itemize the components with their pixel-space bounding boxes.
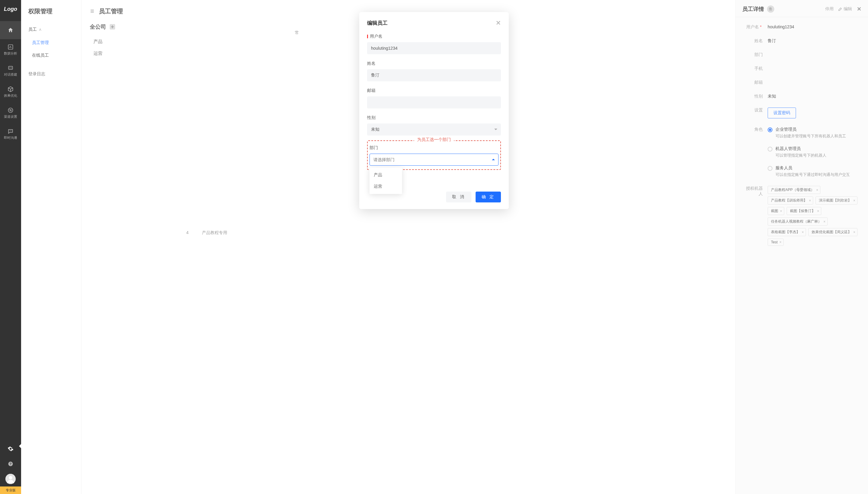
dropdown-option[interactable]: 运营 (370, 181, 402, 192)
required-mark (367, 35, 368, 38)
callout-text: 为员工选一个部门 (414, 137, 454, 142)
callout-annotation: 为员工选一个部门 部门 产品 运营 (367, 140, 501, 170)
name-input[interactable] (367, 69, 501, 81)
edit-employee-modal: 编辑员工 ✕ 用户名 姓名 邮箱 性别 为员工选一个部门 部门 产品 (359, 12, 509, 209)
dept-select[interactable]: 产品 运营 (370, 154, 498, 166)
email-input[interactable] (367, 96, 501, 109)
modal-title: 编辑员工 (367, 20, 388, 26)
chevron-up-icon (492, 159, 495, 160)
cancel-button[interactable]: 取 消 (446, 192, 472, 203)
confirm-button[interactable]: 确 定 (476, 192, 501, 203)
dept-select-input[interactable] (370, 154, 498, 166)
form-label: 邮箱 (367, 88, 501, 93)
form-label: 用户名 (370, 34, 383, 39)
form-label: 性别 (367, 115, 501, 120)
dropdown-option[interactable]: 产品 (370, 169, 402, 181)
form-label: 部门 (370, 145, 498, 151)
form-label: 姓名 (367, 61, 501, 66)
dept-dropdown-menu: 产品 运营 (370, 168, 402, 194)
chevron-down-icon (494, 129, 497, 130)
modal-close-button[interactable]: ✕ (496, 19, 501, 26)
gender-select[interactable] (367, 124, 501, 136)
username-input[interactable] (367, 42, 501, 54)
